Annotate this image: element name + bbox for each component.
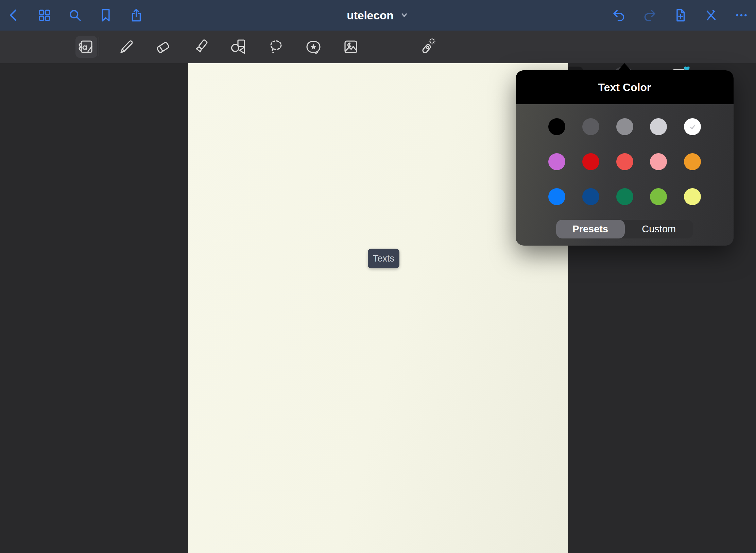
tool-bar: T HiraginoSans-... 16 T (0, 31, 756, 63)
eraser-icon (153, 37, 172, 56)
segment-presets[interactable]: Presets (556, 220, 625, 238)
color-swatch[interactable] (582, 153, 599, 170)
color-swatch[interactable] (548, 153, 565, 170)
popover-title: Text Color (598, 81, 651, 94)
color-swatch[interactable] (616, 153, 633, 170)
undo-icon (611, 7, 627, 23)
chevron-down-icon (399, 11, 409, 19)
tool-pen[interactable] (115, 36, 136, 58)
color-swatch[interactable] (684, 118, 701, 135)
pen-off-icon (703, 7, 719, 23)
page-view-icon (77, 37, 96, 56)
text-object[interactable]: Texts (368, 249, 399, 268)
navigation-bar: utelecon (0, 0, 756, 31)
popover-arrow (618, 63, 631, 71)
segmented-control: PresetsCustom (556, 220, 693, 238)
tool-eraser[interactable] (152, 36, 174, 58)
add-page-button[interactable] (672, 7, 688, 23)
text-object-label: Texts (373, 253, 394, 264)
tool-elements[interactable] (303, 36, 324, 58)
tool-highlighter[interactable] (190, 36, 212, 58)
tool-laser-pointer[interactable] (416, 36, 437, 58)
swatch-row (548, 118, 701, 135)
navbar-right-group (611, 0, 749, 31)
laser-pointer-icon (417, 37, 436, 56)
pen-off-button[interactable] (703, 7, 719, 23)
redo-button[interactable] (642, 7, 657, 23)
image-icon (341, 37, 360, 56)
color-swatch[interactable] (548, 188, 565, 205)
lasso-icon (267, 37, 286, 56)
color-swatch[interactable] (582, 188, 599, 205)
check-icon (688, 122, 697, 131)
color-swatch[interactable] (650, 188, 667, 205)
note-page-canvas[interactable] (188, 63, 568, 553)
segment-custom[interactable]: Custom (625, 220, 693, 238)
swatch-grid (516, 104, 734, 205)
color-swatch[interactable] (548, 118, 565, 135)
document-title: utelecon (347, 9, 393, 22)
color-swatch[interactable] (616, 188, 633, 205)
ellipsis-icon (734, 7, 749, 23)
color-swatch[interactable] (616, 118, 633, 135)
highlighter-icon (192, 37, 211, 56)
app-window: utelecon (0, 0, 756, 553)
swatch-row (548, 153, 701, 170)
shapes-icon (228, 37, 247, 56)
color-swatch[interactable] (650, 118, 667, 135)
add-page-icon (672, 7, 688, 23)
undo-button[interactable] (611, 7, 627, 23)
tool-page-view[interactable] (75, 36, 97, 58)
tool-shapes[interactable] (227, 36, 248, 58)
tool-lasso[interactable] (265, 36, 287, 58)
color-swatch[interactable] (684, 188, 701, 205)
pen-icon (116, 37, 135, 56)
more-button[interactable] (734, 7, 749, 23)
toolbar-divider (99, 37, 99, 56)
popover-header: Text Color (516, 70, 734, 104)
redo-icon (642, 7, 657, 23)
text-color-popover: Text Color PresetsCustom (516, 70, 734, 246)
elements-sticker-icon (304, 37, 323, 56)
color-swatch[interactable] (684, 153, 701, 170)
swatch-row (548, 188, 701, 205)
tool-image[interactable] (340, 36, 362, 58)
color-swatch[interactable] (582, 118, 599, 135)
color-swatch[interactable] (650, 153, 667, 170)
